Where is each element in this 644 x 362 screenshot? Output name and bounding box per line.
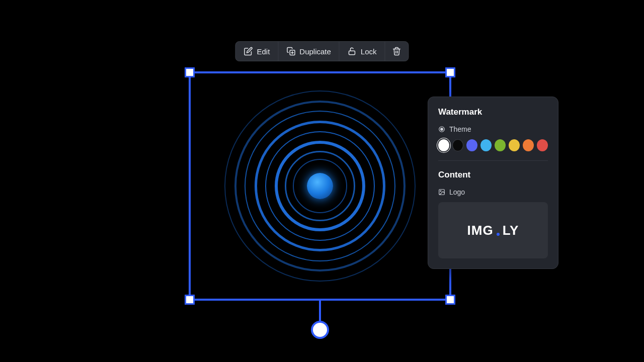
image-icon — [438, 189, 445, 196]
selection-bounding-box[interactable] — [189, 71, 451, 301]
rotation-handle[interactable] — [311, 321, 329, 339]
canvas-artwork — [224, 90, 416, 282]
unlock-icon — [348, 47, 357, 56]
theme-section-header: Theme — [438, 125, 548, 133]
theme-swatch-5[interactable] — [509, 139, 520, 151]
duplicate-label: Duplicate — [299, 47, 331, 56]
theme-swatch-6[interactable] — [523, 139, 534, 151]
logo-text: IMG LY — [467, 223, 519, 238]
duplicate-button[interactable]: Duplicate — [278, 42, 340, 61]
lock-label: Lock — [361, 47, 377, 56]
theme-swatches — [438, 139, 548, 161]
trash-icon — [392, 47, 401, 56]
edit-icon — [244, 47, 253, 56]
delete-button[interactable] — [385, 42, 409, 61]
svg-point-7 — [440, 191, 441, 192]
logo-dot-icon — [497, 233, 500, 236]
resize-handle-top-left[interactable] — [185, 67, 195, 77]
resize-handle-bottom-left[interactable] — [185, 295, 195, 305]
theme-swatch-7[interactable] — [537, 139, 548, 151]
lock-button[interactable]: Lock — [340, 42, 385, 61]
resize-handle-bottom-right[interactable] — [445, 295, 455, 305]
theme-swatch-3[interactable] — [480, 139, 492, 151]
theme-label: Theme — [449, 125, 471, 133]
logo-label: Logo — [449, 188, 465, 196]
context-toolbar: Edit Duplicate Lock — [235, 41, 409, 61]
radio-icon — [438, 126, 445, 133]
svg-point-5 — [441, 128, 443, 131]
resize-handle-top-right[interactable] — [445, 67, 455, 77]
theme-swatch-0[interactable] — [438, 139, 449, 151]
theme-swatch-4[interactable] — [495, 139, 506, 151]
theme-swatch-2[interactable] — [466, 139, 477, 151]
logo-text-part1: IMG — [467, 223, 494, 238]
logo-section-header: Logo — [438, 188, 548, 196]
edit-label: Edit — [257, 47, 270, 56]
logo-text-part2: LY — [503, 223, 519, 238]
content-section-title: Content — [438, 170, 548, 180]
duplicate-icon — [286, 47, 295, 56]
svg-rect-3 — [349, 51, 355, 55]
inspector-panel: Watermark Theme Content Logo IMG LY — [428, 97, 558, 269]
edit-button[interactable]: Edit — [235, 42, 278, 61]
panel-title: Watermark — [438, 107, 548, 117]
logo-preview[interactable]: IMG LY — [438, 202, 548, 258]
theme-swatch-1[interactable] — [452, 139, 463, 151]
